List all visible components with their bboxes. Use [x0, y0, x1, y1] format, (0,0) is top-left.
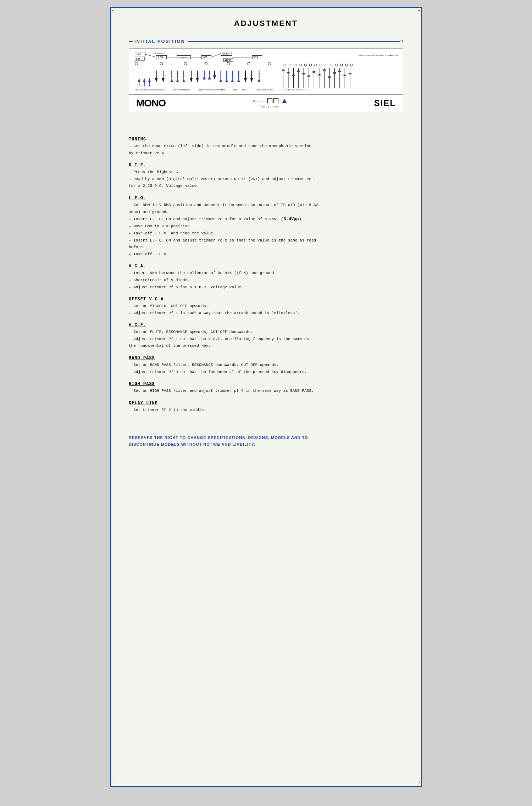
svg-marker-45 — [190, 78, 193, 82]
selector-label: SELECTOR — [261, 105, 279, 108]
section-ktf: K.T.F.- Press the highest C.- Read by a … — [129, 163, 403, 189]
body-text-tuning: - Set the MONO PITCH (left side) in the … — [129, 143, 403, 156]
svg-text:ADSR: ADSR — [225, 59, 231, 61]
svg-text:NOISE: NOISE — [222, 53, 229, 55]
svg-rect-83 — [282, 70, 284, 71]
text-line: - Adjust trimmer Pf 1 so that the V.C.F.… — [129, 336, 403, 343]
subsection-title-tuning: TUNING — [129, 137, 403, 142]
corner-mark-tr: ¬ — [418, 9, 420, 13]
svg-text:VCA: VCA — [253, 56, 258, 59]
selector-sq-2 — [273, 98, 278, 103]
section-vca: V.C.A.- Insert DMM between the collector… — [129, 264, 403, 290]
svg-text:MAIN: MAIN — [233, 89, 237, 91]
svg-point-109 — [345, 64, 348, 66]
text-line: - Set on FLUTE, RESONANCE upwards, CUT O… — [129, 329, 403, 335]
text-line: - Set trimmer Pf 2 in the middle. — [129, 407, 403, 413]
text-line: - Adjust trimmer Pf 6 for a 1 D.C. Volta… — [129, 284, 403, 291]
svg-text:DEPTH SPEED VOLUME VIBRATOR: DEPTH SPEED VOLUME VIBRATOR — [199, 89, 225, 91]
initial-position-label: INITIAL POSITION — [134, 39, 185, 44]
svg-marker-63 — [244, 78, 247, 82]
svg-rect-38 — [163, 71, 164, 78]
svg-rect-46 — [191, 71, 192, 78]
footer-line1: RESERVES THE RIGHT TO CHANGE SPECIFICATI… — [129, 434, 403, 441]
svg-text:~ ~ ~ ~ ~ ~ ~ ~ ~ ~: ~ ~ ~ ~ ~ ~ ~ ~ ~ ~ — [360, 52, 372, 54]
svg-text:+7  +6  +5  4  3  2  1  0  1  : +7 +6 +5 4 3 2 1 0 1 2 3 16 16 32 I ll-1 — [282, 89, 308, 91]
text-line: before. — [129, 244, 403, 251]
subsection-title-ktf: K.T.F. — [129, 163, 403, 168]
svg-rect-50 — [204, 71, 205, 76]
svg-rect-42 — [177, 71, 178, 78]
text-line: by trimmer Pc 4. — [129, 150, 403, 157]
svg-rect-86 — [297, 71, 300, 72]
synth-diagram: LFO PORTAMENTO DCO VIBRATOR VCF NOISE VC… — [129, 48, 403, 94]
body-text-ktf: - Press the highest C.- Read by a DMM (D… — [129, 169, 403, 189]
subsection-title-vcf: V.C.F. — [129, 323, 403, 328]
header-line-left — [129, 41, 133, 42]
header-corner-right — [400, 40, 403, 43]
svg-marker-57 — [225, 78, 228, 82]
footer-line2: DISCONTINUE MODELS WITHOUT NOTICE AND LI… — [129, 441, 403, 448]
text-line: - Insert DMM between the collector of Bc… — [129, 270, 403, 277]
highlight-text: (3.4Vpp) — [281, 217, 301, 222]
svg-point-98 — [289, 64, 291, 66]
section-vcf: V.C.F.- Set on FLUTE, RESONANCE upwards,… — [129, 323, 403, 349]
svg-rect-84 — [287, 72, 290, 73]
text-line: - Insert L.F.O. ON and adjust trimmer Pc… — [129, 238, 403, 244]
body-text-band_pass: - Set on BAND PASS filter, RESONANCE dow… — [129, 362, 403, 375]
body-text-delay_line: - Set trimmer Pf 2 in the middle. — [129, 407, 403, 413]
svg-point-27 — [248, 62, 250, 65]
svg-marker-51 — [208, 76, 211, 80]
footer-notice: RESERVES THE RIGHT TO CHANGE SPECIFICATI… — [129, 434, 403, 448]
selector-squares — [267, 98, 278, 103]
svg-point-101 — [304, 64, 307, 66]
text-line: - Set DMM in V RMS position and connect … — [129, 202, 403, 209]
subsection-title-lfo: L.F.O. — [129, 196, 403, 201]
svg-point-108 — [340, 64, 343, 66]
svg-text:PORTAMENTO: PORTAMENTO — [153, 53, 165, 55]
svg-rect-91 — [323, 70, 326, 71]
body-text-high_pass: - Set on HIGH PASS filter and adjust tri… — [129, 388, 403, 394]
svg-rect-52 — [209, 71, 210, 76]
svg-rect-64 — [245, 71, 246, 78]
svg-text:DCO: DCO — [158, 56, 163, 59]
subsection-title-offset_vca: OFFSET V.C.A. — [129, 297, 403, 302]
svg-point-25 — [205, 62, 207, 65]
section-band_pass: BAND PASS- Set on BAND PASS filter, RESO… — [129, 356, 403, 375]
corner-mark-bl: └ — [112, 782, 114, 785]
synth-diagram-svg: LFO PORTAMENTO DCO VIBRATOR VCF NOISE VC… — [132, 51, 400, 92]
svg-rect-66 — [251, 71, 252, 78]
svg-rect-90 — [318, 74, 321, 76]
body-text-lfo: - Set DMM in V RMS position and connect … — [129, 202, 403, 257]
svg-point-99 — [294, 64, 297, 66]
body-text-vcf: - Set on FLUTE, RESONANCE upwards, CUT O… — [129, 329, 403, 349]
svg-point-104 — [320, 64, 322, 66]
page: ⌐ ¬ └ ┘ ADJUSTMENT INITIAL POSITION LFO … — [110, 7, 422, 787]
sections-container: TUNING- Set the MONO PITCH (left side) i… — [129, 137, 403, 413]
text-line: - Move DMM in V = position. — [129, 223, 403, 230]
initial-position-header: INITIAL POSITION — [129, 39, 403, 44]
svg-marker-67 — [258, 78, 261, 82]
svg-marker-65 — [250, 78, 253, 82]
svg-marker-61 — [237, 78, 240, 82]
corner-mark-tl: ⌐ — [112, 9, 114, 13]
svg-rect-94 — [338, 71, 341, 72]
page-title: ADJUSTMENT — [129, 19, 403, 28]
svg-marker-43 — [182, 78, 185, 82]
svg-rect-56 — [220, 71, 221, 78]
svg-marker-53 — [213, 76, 216, 80]
selector-text: ○ ○ ○ — [257, 100, 265, 103]
svg-point-102 — [309, 64, 312, 66]
svg-marker-35 — [155, 78, 158, 82]
text-line: - Press the highest C. — [129, 169, 403, 176]
svg-text:VCF: VCF — [203, 56, 207, 59]
subsection-title-high_pass: HIGH PASS — [129, 382, 403, 387]
section-high_pass: HIGH PASS- Set on HIGH PASS filter and a… — [129, 382, 403, 394]
svg-point-103 — [315, 64, 317, 66]
svg-marker-55 — [220, 78, 222, 82]
mono-logo: MONO — [136, 98, 166, 109]
section-lfo: L.F.O.- Set DMM in V RMS position and co… — [129, 196, 403, 257]
section-delay_line: DELAY LINE- Set trimmer Pf 2 in the midd… — [129, 401, 403, 413]
text-line: - Set the MONO PITCH (left side) in the … — [129, 143, 403, 150]
text-line: 3080) and ground. — [129, 209, 403, 216]
svg-rect-60 — [232, 71, 233, 78]
